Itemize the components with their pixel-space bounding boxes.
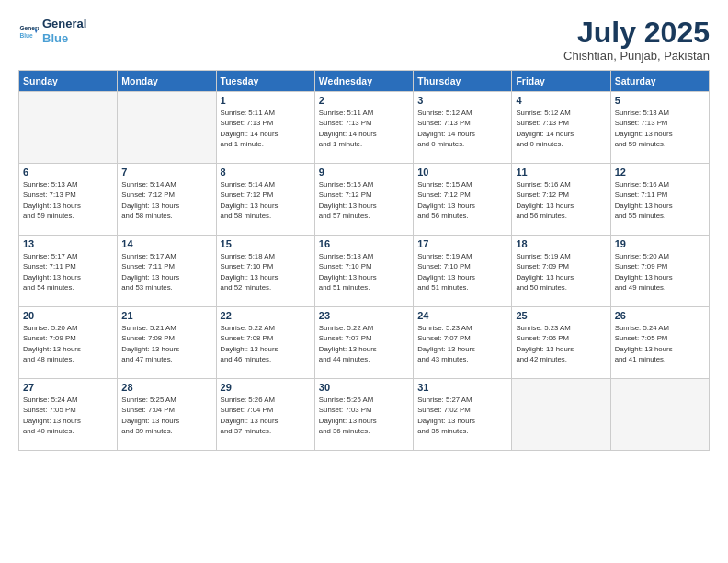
page-subtitle: Chishtian, Punjab, Pakistan	[563, 49, 710, 63]
table-row: 6Sunrise: 5:13 AM Sunset: 7:13 PM Daylig…	[19, 164, 118, 236]
page-title: July 2025	[563, 17, 710, 49]
day-info: Sunrise: 5:16 AM Sunset: 7:11 PM Dayligh…	[615, 179, 705, 221]
day-number: 14	[121, 238, 211, 249]
day-number: 4	[516, 95, 606, 106]
day-number: 9	[319, 167, 409, 178]
header-monday: Monday	[118, 71, 216, 92]
table-row: 31Sunrise: 5:27 AM Sunset: 7:02 PM Dayli…	[414, 379, 512, 451]
day-info: Sunrise: 5:17 AM Sunset: 7:11 PM Dayligh…	[23, 251, 113, 293]
day-info: Sunrise: 5:20 AM Sunset: 7:09 PM Dayligh…	[23, 323, 113, 364]
table-row: 28Sunrise: 5:25 AM Sunset: 7:04 PM Dayli…	[118, 379, 216, 451]
calendar-week-row: 1Sunrise: 5:11 AM Sunset: 7:13 PM Daylig…	[19, 92, 710, 164]
table-row: 4Sunrise: 5:12 AM Sunset: 7:13 PM Daylig…	[512, 92, 610, 164]
table-row: 24Sunrise: 5:23 AM Sunset: 7:07 PM Dayli…	[414, 307, 512, 379]
day-number: 22	[221, 310, 311, 321]
table-row: 22Sunrise: 5:22 AM Sunset: 7:08 PM Dayli…	[216, 307, 314, 379]
day-info: Sunrise: 5:18 AM Sunset: 7:10 PM Dayligh…	[221, 251, 311, 293]
day-number: 27	[23, 382, 113, 393]
day-info: Sunrise: 5:15 AM Sunset: 7:12 PM Dayligh…	[319, 179, 409, 221]
title-block: July 2025 Chishtian, Punjab, Pakistan	[563, 17, 710, 63]
header-tuesday: Tuesday	[216, 71, 314, 92]
day-number: 24	[417, 310, 507, 321]
table-row: 12Sunrise: 5:16 AM Sunset: 7:11 PM Dayli…	[610, 164, 709, 236]
day-number: 11	[516, 167, 606, 178]
day-info: Sunrise: 5:25 AM Sunset: 7:04 PM Dayligh…	[121, 395, 211, 436]
table-row: 13Sunrise: 5:17 AM Sunset: 7:11 PM Dayli…	[19, 236, 118, 307]
calendar-table: Sunday Monday Tuesday Wednesday Thursday…	[18, 70, 710, 451]
table-row: 15Sunrise: 5:18 AM Sunset: 7:10 PM Dayli…	[216, 236, 314, 307]
day-info: Sunrise: 5:19 AM Sunset: 7:09 PM Dayligh…	[516, 251, 606, 293]
day-number: 6	[23, 167, 113, 178]
table-row: 8Sunrise: 5:14 AM Sunset: 7:12 PM Daylig…	[216, 164, 314, 236]
day-number: 3	[417, 95, 507, 106]
header-saturday: Saturday	[610, 71, 709, 92]
day-info: Sunrise: 5:24 AM Sunset: 7:05 PM Dayligh…	[615, 323, 705, 364]
day-number: 23	[319, 310, 409, 321]
day-info: Sunrise: 5:24 AM Sunset: 7:05 PM Dayligh…	[23, 395, 113, 436]
table-row: 26Sunrise: 5:24 AM Sunset: 7:05 PM Dayli…	[610, 307, 709, 379]
table-row: 16Sunrise: 5:18 AM Sunset: 7:10 PM Dayli…	[314, 236, 413, 307]
table-row: 10Sunrise: 5:15 AM Sunset: 7:12 PM Dayli…	[414, 164, 512, 236]
day-number: 20	[23, 310, 113, 321]
day-number: 29	[221, 382, 311, 393]
day-number: 26	[615, 310, 705, 321]
day-info: Sunrise: 5:23 AM Sunset: 7:07 PM Dayligh…	[417, 323, 507, 364]
day-info: Sunrise: 5:15 AM Sunset: 7:12 PM Dayligh…	[417, 179, 507, 221]
table-row: 11Sunrise: 5:16 AM Sunset: 7:12 PM Dayli…	[512, 164, 610, 236]
table-row: 25Sunrise: 5:23 AM Sunset: 7:06 PM Dayli…	[512, 307, 610, 379]
logo-line2: Blue	[42, 31, 86, 46]
table-row: 18Sunrise: 5:19 AM Sunset: 7:09 PM Dayli…	[512, 236, 610, 307]
day-number: 2	[319, 95, 409, 106]
table-row: 9Sunrise: 5:15 AM Sunset: 7:12 PM Daylig…	[314, 164, 413, 236]
table-row: 7Sunrise: 5:14 AM Sunset: 7:12 PM Daylig…	[118, 164, 216, 236]
day-number: 10	[417, 167, 507, 178]
table-row: 21Sunrise: 5:21 AM Sunset: 7:08 PM Dayli…	[118, 307, 216, 379]
day-number: 25	[516, 310, 606, 321]
day-info: Sunrise: 5:11 AM Sunset: 7:13 PM Dayligh…	[221, 108, 311, 149]
day-number: 18	[516, 238, 606, 249]
day-info: Sunrise: 5:23 AM Sunset: 7:06 PM Dayligh…	[516, 323, 606, 364]
day-info: Sunrise: 5:26 AM Sunset: 7:04 PM Dayligh…	[221, 395, 311, 436]
logo: General Blue General Blue	[18, 17, 86, 45]
table-row: 2Sunrise: 5:11 AM Sunset: 7:13 PM Daylig…	[314, 92, 413, 164]
day-number: 17	[417, 238, 507, 249]
header-thursday: Thursday	[414, 71, 512, 92]
table-row: 29Sunrise: 5:26 AM Sunset: 7:04 PM Dayli…	[216, 379, 314, 451]
table-row: 20Sunrise: 5:20 AM Sunset: 7:09 PM Dayli…	[19, 307, 118, 379]
table-row	[512, 379, 610, 451]
day-number: 19	[615, 238, 705, 249]
day-number: 12	[615, 167, 705, 178]
table-row: 3Sunrise: 5:12 AM Sunset: 7:13 PM Daylig…	[414, 92, 512, 164]
day-info: Sunrise: 5:14 AM Sunset: 7:12 PM Dayligh…	[121, 179, 211, 221]
calendar-week-row: 20Sunrise: 5:20 AM Sunset: 7:09 PM Dayli…	[19, 307, 710, 379]
table-row: 27Sunrise: 5:24 AM Sunset: 7:05 PM Dayli…	[19, 379, 118, 451]
svg-text:Blue: Blue	[19, 31, 33, 38]
table-row: 30Sunrise: 5:26 AM Sunset: 7:03 PM Dayli…	[314, 379, 413, 451]
day-info: Sunrise: 5:22 AM Sunset: 7:08 PM Dayligh…	[221, 323, 311, 364]
day-number: 7	[121, 167, 211, 178]
day-number: 1	[221, 95, 311, 106]
day-number: 15	[221, 238, 311, 249]
day-info: Sunrise: 5:20 AM Sunset: 7:09 PM Dayligh…	[615, 251, 705, 293]
day-number: 8	[221, 167, 311, 178]
day-number: 5	[615, 95, 705, 106]
calendar-week-row: 6Sunrise: 5:13 AM Sunset: 7:13 PM Daylig…	[19, 164, 710, 236]
day-number: 16	[319, 238, 409, 249]
table-row: 1Sunrise: 5:11 AM Sunset: 7:13 PM Daylig…	[216, 92, 314, 164]
day-info: Sunrise: 5:27 AM Sunset: 7:02 PM Dayligh…	[417, 395, 507, 436]
calendar-week-row: 13Sunrise: 5:17 AM Sunset: 7:11 PM Dayli…	[19, 236, 710, 307]
header-friday: Friday	[512, 71, 610, 92]
table-row: 19Sunrise: 5:20 AM Sunset: 7:09 PM Dayli…	[610, 236, 709, 307]
table-row: 14Sunrise: 5:17 AM Sunset: 7:11 PM Dayli…	[118, 236, 216, 307]
day-info: Sunrise: 5:18 AM Sunset: 7:10 PM Dayligh…	[319, 251, 409, 293]
day-info: Sunrise: 5:11 AM Sunset: 7:13 PM Dayligh…	[319, 108, 409, 149]
day-info: Sunrise: 5:13 AM Sunset: 7:13 PM Dayligh…	[23, 179, 113, 221]
table-row	[19, 92, 118, 164]
logo-line1: General	[42, 17, 86, 31]
day-info: Sunrise: 5:14 AM Sunset: 7:12 PM Dayligh…	[221, 179, 311, 221]
day-info: Sunrise: 5:12 AM Sunset: 7:13 PM Dayligh…	[417, 108, 507, 149]
calendar-week-row: 27Sunrise: 5:24 AM Sunset: 7:05 PM Dayli…	[19, 379, 710, 451]
day-number: 28	[121, 382, 211, 393]
day-info: Sunrise: 5:12 AM Sunset: 7:13 PM Dayligh…	[516, 108, 606, 149]
table-row: 17Sunrise: 5:19 AM Sunset: 7:10 PM Dayli…	[414, 236, 512, 307]
